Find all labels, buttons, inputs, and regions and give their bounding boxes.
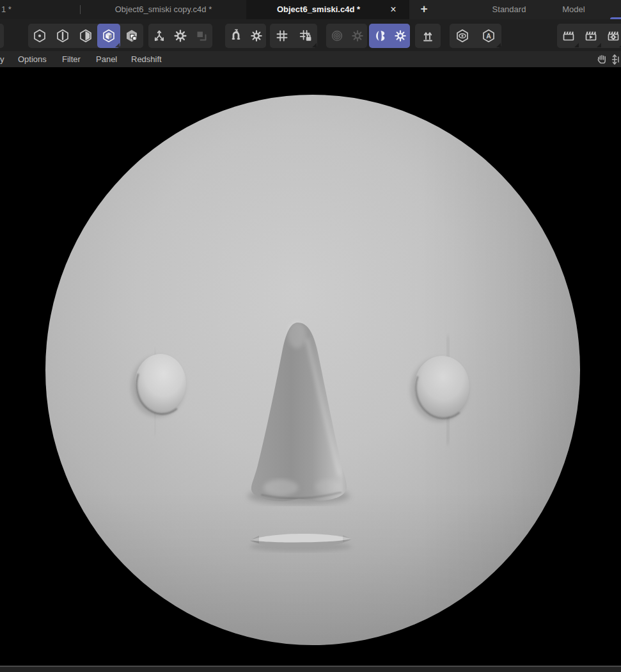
toolbar-group-component-modes: [28, 24, 143, 48]
snap-settings-button[interactable]: [246, 24, 266, 48]
quantize-toggle-button[interactable]: [270, 24, 294, 48]
falloff-toggle-button[interactable]: [326, 24, 347, 48]
swap-axis-button[interactable]: [415, 24, 441, 48]
toolbar-group-snap: [225, 24, 266, 48]
edges-mode-button[interactable]: [51, 24, 74, 48]
cinema4d-window: 1 * Object6_smiski copy.c4d * Object6_sm…: [0, 0, 621, 672]
solo-view-button[interactable]: [450, 24, 475, 48]
workplane-button[interactable]: [191, 24, 212, 48]
snap-toggle-button[interactable]: [225, 24, 246, 48]
tab-document-active[interactable]: Object6_smiski.c4d * ×: [246, 0, 409, 19]
hexagon-a-icon: A: [481, 28, 496, 44]
timeline-panel-edge: [0, 666, 621, 672]
quantize-settings-button[interactable]: [294, 24, 317, 48]
axis-modification-button[interactable]: [148, 24, 169, 48]
render-picture-viewer-button[interactable]: [579, 24, 602, 48]
symmetry-settings-button[interactable]: [390, 24, 410, 48]
dolly-camera-icon-clipped[interactable]: [609, 52, 621, 67]
gear-icon: [350, 29, 365, 43]
render-clapper-icon: [561, 28, 576, 44]
render-clapper-gear-icon: [606, 28, 621, 44]
viewport-3d[interactable]: [0, 67, 621, 666]
model-mode-icon: [101, 28, 116, 44]
gear-icon: [173, 28, 188, 44]
model-mode-button[interactable]: [97, 24, 120, 48]
hexagon-eye-icon: [455, 28, 470, 44]
menu-redshift[interactable]: Redshift: [131, 51, 162, 67]
menu-options[interactable]: Options: [18, 51, 47, 67]
pan-hand-icon[interactable]: [594, 52, 609, 67]
flyout-corner: [574, 43, 579, 47]
polygons-mode-button[interactable]: [74, 24, 97, 48]
render-clapper-play-icon: [583, 28, 599, 44]
auto-mode-letter: A: [486, 32, 491, 40]
grid-lock-icon: [298, 28, 313, 44]
axis-settings-button[interactable]: [169, 24, 191, 48]
close-tab-icon[interactable]: ×: [386, 0, 400, 19]
toolbar-group-render: [557, 24, 621, 48]
falloff-settings-button[interactable]: [347, 24, 367, 48]
points-mode-icon: [32, 28, 47, 44]
toolbar-group-axis-tools: [148, 24, 212, 48]
toolbar-group-axis-swap: [415, 24, 441, 48]
flyout-corner: [312, 43, 317, 47]
tab-overflow-clipped[interactable]: 1 *: [1, 0, 72, 19]
menu-item-clipped[interactable]: y: [0, 51, 4, 67]
toolbar-group-falloff: [326, 24, 367, 48]
document-tabbar: 1 * Object6_smiski copy.c4d * Object6_sm…: [0, 0, 621, 19]
menu-panel[interactable]: Panel: [96, 51, 117, 67]
layout-selector[interactable]: Model: [555, 0, 592, 19]
flyout-corner: [115, 43, 120, 47]
flyout-corner: [597, 43, 601, 47]
double-up-arrows-icon: [420, 28, 436, 44]
viewport-nav-icons: [594, 52, 621, 67]
viewport-render: [0, 67, 621, 666]
toolbar-group-view-visibility: A: [450, 24, 501, 48]
polygons-mode-icon: [78, 28, 93, 44]
render-style-selector[interactable]: Standard: [489, 0, 529, 19]
viewport-menubar: y Options Filter Panel Redshift: [0, 51, 621, 67]
modeling-toolbar: A: [0, 19, 621, 51]
gear-icon: [249, 29, 263, 43]
render-settings-button[interactable]: [602, 24, 621, 48]
workplane-icon: [194, 28, 209, 44]
butterfly-symmetry-icon: [372, 28, 388, 44]
auto-mode-button[interactable]: A: [475, 24, 501, 48]
edges-mode-icon: [55, 28, 70, 44]
active-tab-label: Object6_smiski.c4d *: [258, 0, 379, 19]
toolbar-group-quantize: [270, 24, 317, 48]
render-view-button[interactable]: [557, 24, 579, 48]
flyout-corner: [496, 43, 501, 47]
symmetry-toggle-button[interactable]: [369, 24, 390, 48]
new-tab-button[interactable]: +: [414, 0, 434, 19]
points-mode-button[interactable]: [28, 24, 51, 48]
gear-icon: [393, 29, 407, 43]
menu-filter[interactable]: Filter: [62, 51, 81, 67]
texture-mode-button[interactable]: [120, 24, 143, 48]
tab-document-copy[interactable]: Object6_smiski copy.c4d *: [81, 0, 246, 19]
magnet-icon: [228, 28, 244, 44]
toolbar-group-clipped: [0, 24, 4, 48]
concentric-circles-icon: [329, 28, 345, 44]
toolbar-group-symmetry: [369, 24, 410, 48]
axis-tool-icon: [152, 28, 167, 44]
grid-icon: [274, 28, 290, 44]
texture-mode-icon: [124, 28, 139, 44]
